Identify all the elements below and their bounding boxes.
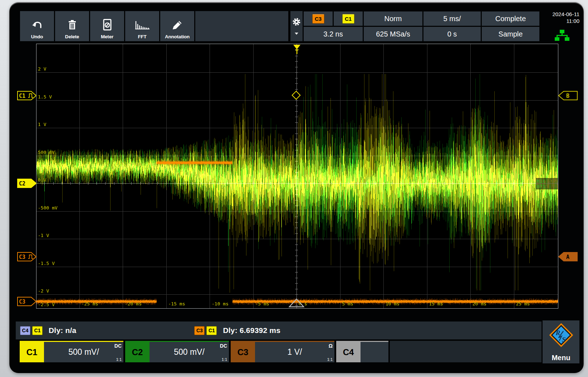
measurement-1-source-badge: C4 — [20, 326, 30, 335]
trigger-source-b-cell[interactable]: C1 — [334, 11, 363, 26]
waveform-canvas[interactable] — [36, 44, 558, 308]
channel-bar: C1 500 mV/ DC 1:1 C2 500 mV/ DC 1:1 C3 1… — [9, 341, 584, 362]
channel-marker-c2[interactable]: C2 — [17, 179, 36, 188]
channel-c3-tab[interactable]: C3 — [231, 342, 255, 362]
trigger-mode-cell[interactable]: Norm — [364, 11, 422, 26]
meter-label: Meter — [101, 34, 113, 39]
undo-label: Undo — [31, 34, 43, 39]
channel-c1-coupling: DC — [114, 343, 122, 349]
channel-marker-c3[interactable]: C3 — [17, 297, 36, 306]
trigger-source-b-badge[interactable]: C1 — [342, 14, 354, 24]
measurement-1-value: Dly: n/a — [49, 326, 76, 335]
channel-marker-c3-trigger[interactable]: C3 — [17, 252, 36, 261]
gear-icon — [292, 18, 301, 28]
settings-button[interactable] — [290, 11, 303, 41]
annotation-button[interactable]: Annotation — [160, 11, 194, 41]
spectrum-icon — [135, 20, 150, 34]
delete-button[interactable]: Delete — [55, 11, 89, 41]
channel-c3-probe: 1:1 — [327, 357, 333, 362]
trigger-source-a-badge[interactable]: C3 — [312, 14, 324, 24]
svg-text:C2: C2 — [19, 180, 25, 187]
timebase-cell[interactable]: 5 ms/ — [423, 11, 481, 26]
meter-button[interactable]: Meter — [90, 11, 124, 41]
trash-icon — [67, 20, 78, 34]
network-status-icon — [554, 29, 570, 42]
fft-button[interactable]: FFT — [125, 11, 159, 41]
channel-c2-settings[interactable]: C2 500 mV/ DC 1:1 — [125, 341, 229, 362]
delete-label: Delete — [65, 34, 79, 39]
measurement-2-source-badge: C3 — [194, 326, 205, 335]
svg-text:C3: C3 — [19, 254, 25, 260]
trigger-position-marker[interactable]: T — [293, 45, 301, 54]
channel-c1-tab[interactable]: C1 — [20, 342, 44, 362]
settings-dropdown-arrow — [295, 33, 298, 35]
horizontal-position-cell[interactable]: 0 s — [423, 27, 481, 41]
acquisition-status-cell[interactable]: Complete — [482, 11, 539, 26]
oscilloscope-screen: Undo Delete Meter — [9, 2, 584, 373]
svg-text:R: R — [555, 329, 560, 337]
measurement-2-ref-badge: C1 — [206, 326, 217, 335]
svg-text:C1: C1 — [19, 93, 25, 99]
measurement-2-value: Dly: 6.69392 ms — [223, 326, 280, 335]
svg-text:B: B — [566, 93, 569, 99]
pencil-icon — [171, 20, 183, 34]
trigger-level-marker-b[interactable]: B — [558, 91, 578, 100]
measurement-1[interactable]: C4 C1 Dly: n/a — [20, 326, 76, 335]
waveform-display[interactable]: T mic 071 C1C1C2C3C3BA — [36, 44, 558, 309]
channel-marker-c1-trigger[interactable]: C1 — [17, 91, 36, 100]
channel-c3-coupling: Ω — [329, 343, 333, 349]
channel-c4-settings[interactable]: C4 — [336, 341, 388, 362]
measurement-bar: C4 C1 Dly: n/a C3 C1 Dly: 6.69392 ms — [16, 322, 542, 339]
toolbar-spacer — [195, 11, 288, 41]
waveform-annotation: mic 071 — [536, 178, 558, 189]
toolbar: Undo Delete Meter — [20, 11, 195, 41]
resolution-cell[interactable]: 3.2 ns — [304, 27, 363, 41]
measurement-1-ref-badge: C1 — [32, 326, 43, 335]
channel-c1-settings[interactable]: C1 500 mV/ DC 1:1 — [20, 341, 123, 362]
undo-button[interactable]: Undo — [20, 11, 54, 41]
trigger-time-bottom-marker[interactable] — [289, 298, 304, 308]
channel-c4-tab[interactable]: C4 — [336, 342, 361, 362]
time-text: 11:00 — [542, 18, 579, 24]
fft-label: FFT — [138, 34, 146, 39]
channel-c2-tab[interactable]: C2 — [125, 342, 150, 362]
menu-button[interactable]: R S Menu — [543, 320, 579, 363]
sample-rate-cell[interactable]: 625 MSa/s — [364, 27, 422, 41]
channel-c2-coupling: DC — [220, 343, 227, 349]
svg-text:S: S — [562, 336, 566, 343]
channel-c2-probe: 1:1 — [222, 357, 227, 362]
menu-label: Menu — [543, 354, 579, 362]
date-text: 2024-06-11 — [542, 11, 579, 18]
acquisition-mode-cell[interactable]: Sample — [482, 27, 539, 41]
measurement-2[interactable]: C3 C1 Dly: 6.69392 ms — [194, 326, 280, 335]
trigger-symbol: T — [293, 49, 301, 54]
trigger-level-marker-a[interactable]: A — [558, 252, 578, 261]
trigger-source-a-cell[interactable]: C3 — [304, 11, 333, 26]
undo-icon — [31, 20, 43, 34]
channel-c3-settings[interactable]: C3 1 V/ Ω 1:1 — [231, 341, 334, 362]
channel-c1-probe: 1:1 — [116, 357, 122, 362]
svg-text:A: A — [566, 254, 569, 260]
multimeter-icon — [103, 19, 112, 34]
svg-text:C3: C3 — [19, 299, 25, 305]
annotation-label: Annotation — [165, 34, 190, 39]
datetime-display: 2024-06-11 11:00 — [542, 11, 579, 24]
channel-bar-spacer — [390, 341, 542, 362]
rohde-schwarz-logo: R S — [549, 323, 573, 347]
